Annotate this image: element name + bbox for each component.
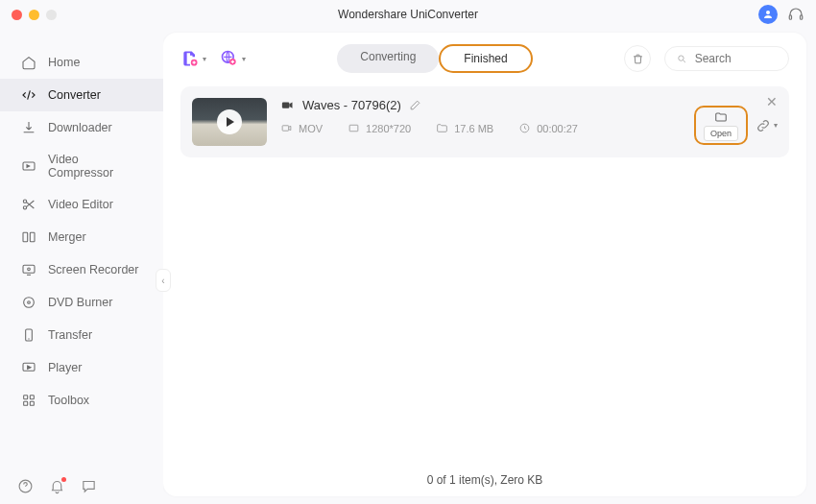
tab-converting[interactable]: Converting bbox=[337, 44, 439, 73]
download-icon bbox=[21, 120, 36, 135]
feedback-button[interactable] bbox=[81, 478, 97, 494]
player-icon bbox=[21, 360, 36, 375]
file-card: ✕ Waves - 70796(2) MOV bbox=[180, 86, 789, 157]
home-icon bbox=[21, 55, 36, 70]
svg-rect-24 bbox=[349, 125, 358, 132]
tab-finished[interactable]: Finished bbox=[439, 44, 532, 73]
recorder-icon bbox=[21, 262, 36, 277]
status-bar: 0 of 1 item(s), Zero KB bbox=[163, 464, 806, 496]
maximize-window-button[interactable] bbox=[46, 10, 57, 20]
sidebar-item-toolbox[interactable]: Toolbox bbox=[0, 384, 163, 417]
meta-resolution: 1280*720 bbox=[348, 122, 411, 134]
compressor-icon bbox=[21, 158, 36, 174]
open-folder-button[interactable]: Open bbox=[694, 106, 748, 145]
disc-icon bbox=[21, 295, 36, 310]
sidebar-label: Toolbox bbox=[48, 394, 89, 407]
chevron-down-icon: ▾ bbox=[242, 55, 246, 63]
sidebar-label: Transfer bbox=[48, 328, 92, 342]
clear-list-button[interactable] bbox=[624, 45, 651, 72]
sidebar-label: Video Editor bbox=[48, 198, 113, 211]
sidebar-label: Player bbox=[48, 361, 82, 374]
add-file-button[interactable]: ▾ bbox=[180, 49, 206, 68]
transfer-icon bbox=[21, 327, 36, 343]
window-controls bbox=[12, 10, 57, 20]
main-panel: ▾ ▾ Converting Finished ✕ bbox=[163, 33, 806, 496]
svg-rect-6 bbox=[23, 232, 28, 241]
svg-rect-15 bbox=[30, 396, 34, 399]
file-list: ✕ Waves - 70796(2) MOV bbox=[163, 83, 806, 464]
sidebar: Home Converter Downloader Video Compress… bbox=[0, 29, 163, 504]
meta-format: MOV bbox=[280, 122, 323, 134]
merger-icon bbox=[21, 229, 36, 245]
sidebar-item-merger[interactable]: Merger bbox=[0, 221, 163, 253]
sidebar-label: Merger bbox=[48, 230, 86, 244]
bottom-actions bbox=[17, 478, 97, 494]
sidebar-label: Downloader bbox=[48, 121, 112, 134]
file-title: Waves - 70796(2) bbox=[302, 98, 401, 112]
share-menu-button[interactable]: ▾ bbox=[756, 118, 778, 133]
folder-open-icon bbox=[713, 110, 729, 124]
open-tooltip: Open bbox=[704, 126, 738, 141]
svg-rect-17 bbox=[30, 401, 34, 405]
url-add-icon bbox=[220, 49, 239, 68]
meta-duration: 00:00:27 bbox=[518, 122, 578, 134]
converter-icon bbox=[21, 87, 36, 103]
toolbar: ▾ ▾ Converting Finished bbox=[163, 33, 806, 83]
sidebar-item-converter[interactable]: Converter bbox=[0, 79, 163, 111]
svg-point-11 bbox=[28, 301, 31, 304]
meta-size: 17.6 MB bbox=[436, 122, 493, 134]
svg-point-21 bbox=[679, 55, 684, 60]
sidebar-item-player[interactable]: Player bbox=[0, 351, 163, 384]
svg-rect-23 bbox=[282, 126, 289, 131]
sidebar-collapse-button[interactable]: ‹ bbox=[156, 269, 171, 292]
chevron-down-icon: ▾ bbox=[774, 121, 778, 130]
sidebar-label: Home bbox=[48, 56, 80, 69]
svg-rect-14 bbox=[24, 396, 28, 399]
sidebar-label: Converter bbox=[48, 88, 101, 102]
user-avatar[interactable] bbox=[758, 5, 778, 24]
link-icon bbox=[756, 118, 771, 133]
support-icon[interactable] bbox=[787, 6, 804, 23]
svg-rect-8 bbox=[23, 265, 35, 273]
sidebar-label: Video Compressor bbox=[48, 153, 146, 180]
svg-point-0 bbox=[766, 11, 770, 14]
app-title: Wondershare UniConverter bbox=[338, 8, 478, 21]
chevron-down-icon: ▾ bbox=[203, 55, 206, 63]
titlebar: Wondershare UniConverter bbox=[0, 0, 816, 29]
svg-point-10 bbox=[24, 298, 35, 308]
svg-point-9 bbox=[28, 268, 31, 271]
rename-button[interactable] bbox=[409, 99, 421, 111]
svg-rect-22 bbox=[282, 102, 290, 108]
svg-rect-16 bbox=[24, 401, 28, 405]
sidebar-item-compressor[interactable]: Video Compressor bbox=[0, 144, 163, 188]
search-input[interactable] bbox=[695, 52, 777, 65]
sidebar-item-editor[interactable]: Video Editor bbox=[0, 188, 163, 221]
search-box[interactable] bbox=[664, 46, 789, 71]
add-url-button[interactable]: ▾ bbox=[220, 49, 246, 68]
clock-icon bbox=[518, 122, 531, 134]
sidebar-item-downloader[interactable]: Downloader bbox=[0, 111, 163, 144]
sidebar-item-transfer[interactable]: Transfer bbox=[0, 319, 163, 351]
video-thumbnail[interactable] bbox=[192, 98, 267, 146]
folder-icon bbox=[436, 122, 448, 134]
search-icon bbox=[677, 53, 687, 65]
sidebar-item-dvd[interactable]: DVD Burner bbox=[0, 286, 163, 319]
file-meta: MOV 1280*720 17.6 MB 00:00:27 bbox=[280, 122, 681, 134]
sidebar-item-recorder[interactable]: Screen Recorder bbox=[0, 253, 163, 286]
video-icon bbox=[280, 98, 295, 112]
sidebar-label: Screen Recorder bbox=[48, 263, 139, 276]
sidebar-label: DVD Burner bbox=[48, 296, 112, 309]
file-add-icon bbox=[180, 49, 200, 68]
toolbox-icon bbox=[21, 393, 36, 408]
status-segment: Converting Finished bbox=[337, 44, 532, 73]
trash-icon bbox=[632, 53, 644, 65]
scissors-icon bbox=[21, 197, 36, 212]
notifications-button[interactable] bbox=[49, 478, 65, 494]
minimize-window-button[interactable] bbox=[29, 10, 39, 20]
format-icon bbox=[280, 122, 293, 134]
resolution-icon bbox=[348, 122, 360, 134]
svg-rect-7 bbox=[30, 232, 35, 241]
help-button[interactable] bbox=[17, 478, 34, 494]
sidebar-item-home[interactable]: Home bbox=[0, 46, 163, 79]
close-window-button[interactable] bbox=[12, 10, 22, 20]
